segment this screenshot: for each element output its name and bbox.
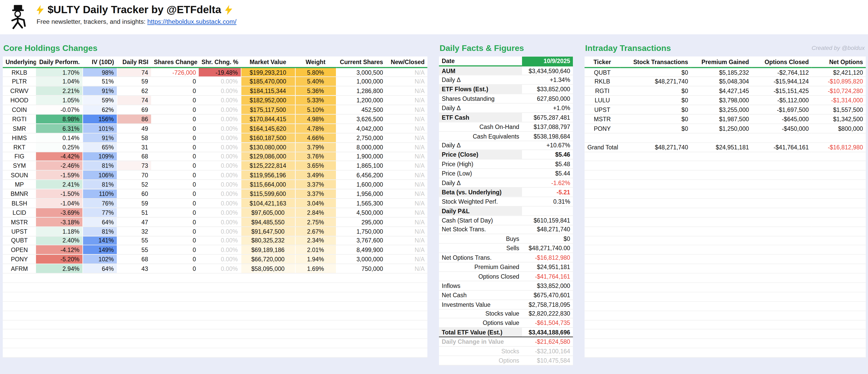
empty-cell [585, 292, 620, 301]
daily-facts-panel: Daily Facts & Figures Date10/9/2025AUM$3… [439, 43, 573, 366]
iv-cell: 77% [83, 208, 117, 217]
shares-change-pct-cell: 0.00% [199, 152, 241, 161]
shares-change-pct-cell: 0.00% [199, 198, 241, 208]
shares-change-pct-cell: 0.00% [199, 86, 241, 96]
iv-cell: 64% [83, 264, 117, 273]
empty-cell [752, 152, 811, 161]
current-shares-cell: 4,042,000 [336, 124, 386, 133]
value-cell: -$450,000 [752, 124, 811, 133]
empty-cell [386, 292, 427, 301]
daily-perf-cell: 1.05% [36, 96, 83, 105]
weight-cell: 3.65% [295, 161, 336, 170]
empty-cell [585, 170, 620, 180]
empty-cell [585, 339, 620, 348]
empty-cell [620, 198, 691, 208]
empty-cell [199, 283, 241, 292]
facts-value: -$61,504,735 [522, 318, 573, 328]
new-closed-cell: N/A [386, 226, 427, 236]
market-value-cell: $182,952,000 [241, 96, 295, 105]
ticker-cell: RGTI [3, 114, 36, 124]
empty-cell [36, 292, 83, 301]
daily-perf-cell: 0.14% [36, 133, 83, 143]
empty-cell [295, 348, 336, 357]
empty-cell [36, 301, 83, 311]
substack-link[interactable]: https://theboldux.substack.com/ [147, 18, 237, 25]
new-closed-cell: N/A [386, 152, 427, 161]
core-holdings-panel: Core Holdings Changes UnderlyingDaily Pe… [3, 43, 427, 358]
shares-change-pct-cell: 0.00% [199, 189, 241, 198]
empty-cell [620, 311, 691, 320]
empty-cell [752, 236, 811, 245]
shares-change-cell: 0 [151, 124, 199, 133]
current-shares-cell: 1,956,000 [336, 189, 386, 198]
daily-perf-cell: -5.20% [36, 255, 83, 264]
facts-row: Price (Close)$5.46 [439, 150, 573, 159]
empty-cell [691, 329, 752, 339]
transaction-row: UPST$0$3,255,000-$1,697,500$1,557,500 [585, 105, 866, 114]
facts-value: $48,271,740 [522, 225, 573, 234]
facts-value: -5.21 [522, 187, 573, 197]
facts-row: Buys$0 [439, 234, 573, 244]
empty-cell [336, 301, 386, 311]
iv-cell: 64% [83, 217, 117, 226]
shares-change-pct-cell: -19.48% [199, 67, 241, 77]
empty-cell [117, 283, 151, 292]
value-cell: $3,798,000 [691, 96, 752, 105]
holdings-row: FIG-4.42%109%6800.00%$129,086,0003.76%1,… [3, 152, 427, 161]
daily-perf-cell: 2.40% [36, 236, 83, 245]
empty-cell [36, 329, 83, 339]
ticker-cell: PLTR [3, 77, 36, 86]
market-value-cell: $175,117,500 [241, 105, 295, 114]
empty-cell [386, 329, 427, 339]
empty-cell [691, 273, 752, 282]
empty-cell [336, 292, 386, 301]
empty-cell [585, 311, 620, 320]
weight-cell: 3.37% [295, 189, 336, 198]
empty-cell [83, 273, 117, 282]
empty-cell [199, 311, 241, 320]
rsi-cell: 43 [117, 264, 151, 273]
empty-cell [620, 170, 691, 180]
empty-cell [151, 348, 199, 357]
rsi-cell: 31 [117, 143, 151, 152]
empty-cell [811, 311, 866, 320]
facts-label: Premium Gained [439, 262, 522, 272]
empty-cell [585, 180, 620, 189]
value-cell: -$16,812,980 [811, 143, 866, 152]
ticker-cell: MP [3, 180, 36, 189]
ticker-cell: QUBT [3, 236, 36, 245]
value-cell: -$10,895,820 [811, 77, 866, 86]
empty-cell [386, 301, 427, 311]
empty-cell [691, 170, 752, 180]
empty-row [585, 292, 866, 301]
shares-change-cell: 0 [151, 86, 199, 96]
empty-cell [691, 348, 752, 357]
empty-cell [752, 320, 811, 329]
new-closed-cell: N/A [386, 236, 427, 245]
empty-cell [151, 339, 199, 348]
empty-row [585, 217, 866, 226]
rsi-cell: 32 [117, 226, 151, 236]
iv-cell: 101% [83, 124, 117, 133]
empty-cell [691, 283, 752, 292]
empty-cell [241, 311, 295, 320]
facts-row: Price (High)$5.48 [439, 159, 573, 169]
facts-label: Net Stock Trans. [439, 225, 522, 234]
iv-cell: 110% [83, 189, 117, 198]
shares-change-cell: -726,000 [151, 67, 199, 77]
empty-cell [241, 273, 295, 282]
transaction-row: MSTR$0$1,987,500-$645,000$1,342,500 [585, 114, 866, 124]
facts-label: AUM [439, 66, 522, 75]
facts-label: Price (Low) [439, 169, 522, 178]
shares-change-cell: 0 [151, 198, 199, 208]
weight-cell: 3.37% [295, 180, 336, 189]
shares-change-cell: 0 [151, 217, 199, 226]
transaction-row: PONY$0$1,250,000-$450,000$800,000 [585, 124, 866, 133]
value-cell: $0 [620, 96, 691, 105]
empty-cell [3, 339, 36, 348]
facts-row: Stock Weighted Perf.0.31% [439, 197, 573, 206]
ticker-cell: SMR [3, 124, 36, 133]
daily-perf-cell: 2.94% [36, 264, 83, 273]
weight-cell: 3.49% [295, 170, 336, 180]
shares-change-pct-cell: 0.00% [199, 96, 241, 105]
